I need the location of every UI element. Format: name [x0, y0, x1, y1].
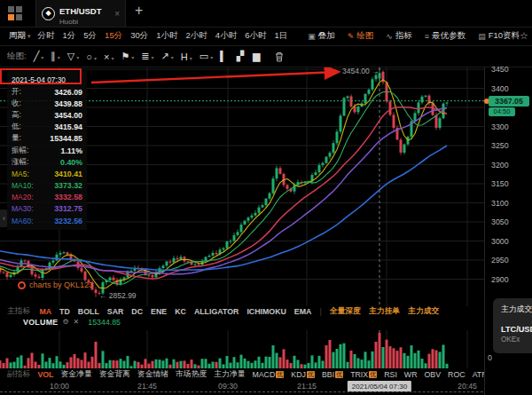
volume-histogram[interactable]: [0, 330, 484, 368]
flag-marker-tool[interactable]: ⚑▾: [121, 51, 134, 62]
timeframe-6小时[interactable]: 6小时: [245, 30, 266, 42]
draw-icon: ✎: [348, 32, 355, 41]
layout-grid-icon[interactable]: [8, 6, 22, 20]
optimized-badge: 优: [369, 371, 377, 378]
timeframe-1分[interactable]: 1分: [63, 30, 76, 42]
indicator-button[interactable]: ∿指标: [386, 30, 412, 42]
indicator-tab-kc[interactable]: KC: [175, 307, 186, 316]
volume-settings-gear-icon[interactable]: ⚙: [62, 318, 68, 326]
polygon-icon: ▽: [67, 51, 74, 62]
timeframe-分时[interactable]: 分时: [38, 30, 55, 42]
sub-indicator-tab-wr[interactable]: WR: [404, 370, 418, 379]
sub-indicator-tab-资金净量[interactable]: 资金净量: [60, 369, 91, 380]
timeframe-2小时[interactable]: 2小时: [186, 30, 207, 42]
chevron-down-icon: ▾: [190, 55, 192, 61]
sub-tab-label: 资金净量: [60, 369, 91, 380]
depth-tab[interactable]: 全量深度: [330, 306, 361, 317]
trash-tool[interactable]: [275, 51, 284, 62]
annotation-rectangle[interactable]: [0, 68, 82, 84]
tooltip-row: MA20:3332.58: [12, 192, 82, 203]
layout-grid-square: [8, 6, 14, 12]
indicator-tab-ma[interactable]: MA: [39, 307, 51, 316]
pattern-tool-tool[interactable]: ≣▾: [141, 51, 153, 62]
horizontal-range-icon: H: [181, 51, 188, 62]
overlay-button[interactable]: ▣叠加: [308, 30, 335, 42]
volume-axis-zero: 0: [488, 353, 492, 362]
sub-indicator-tab-trix[interactable]: TRIX优: [350, 370, 377, 379]
timeframe-15分[interactable]: 15分: [105, 30, 122, 42]
tooltip-row-value: 3232.56: [54, 217, 82, 225]
timeframe-1小时[interactable]: 1小时: [156, 30, 177, 42]
price-tick-label: 3050: [491, 217, 509, 226]
sub-tab-label: TRIX: [350, 370, 368, 379]
cross-tool-tool[interactable]: ×▾: [104, 51, 113, 62]
sub-indicator-tab-rsi[interactable]: RSI: [384, 370, 397, 379]
sub-indicator-tab-vol[interactable]: VOL: [37, 370, 53, 379]
trend-line-tool[interactable]: ╱▾: [34, 51, 44, 62]
sub-indicator-tab-资金情绪[interactable]: 资金情绪: [137, 369, 168, 380]
period-menu[interactable]: 周期: [9, 30, 26, 42]
sub-indicator-tab-bbi[interactable]: BBI优: [322, 370, 343, 379]
depth-tab[interactable]: 主力挂单: [369, 306, 400, 317]
high-price-marker: 3454.00 →: [342, 67, 379, 75]
sub-indicator-tab-资金背离[interactable]: 资金背离: [99, 369, 130, 380]
sub-indicator-tab-roc[interactable]: ROC: [448, 370, 466, 379]
tooltip-row-label: 收:: [12, 99, 21, 109]
indicator-tab-ene[interactable]: ENE: [151, 307, 167, 316]
symbol-tab[interactable]: ◆ ETH/USDT Huobi ×: [35, 0, 126, 27]
sub-tab-label: RSI: [384, 370, 397, 379]
price-tick-label: 3200: [491, 161, 509, 170]
volume-profile-left-tool[interactable]: ▍: [220, 51, 227, 62]
tab-exchange: Huobi: [59, 18, 113, 26]
sub-indicator-tab-主力净量[interactable]: 主力净量: [214, 369, 245, 380]
sub-indicator-tab-kdj[interactable]: KDJ优: [291, 370, 315, 379]
volume-profile-anchored-tool[interactable]: ▞: [237, 51, 244, 62]
trading-app-window: ◆ ETH/USDT Huobi × + 周期▾分时1分5分15分30分1小时2…: [0, 0, 532, 395]
ellipse-tool[interactable]: ○▾: [86, 51, 97, 62]
indicator-tab-ichimoku[interactable]: ICHIMOKU: [246, 307, 286, 316]
depth-tab[interactable]: 主力成交: [408, 306, 439, 317]
main-chart-area[interactable]: 2021-5-04 07:30 开:3426.09收:3439.88高:3454…: [0, 67, 484, 306]
tab-close-icon[interactable]: ×: [114, 9, 120, 19]
volume-profile-session-tool[interactable]: ▆: [253, 51, 260, 62]
polygon-tool[interactable]: ▽▾: [67, 51, 79, 62]
indicator-tab-sar[interactable]: SAR: [107, 307, 124, 316]
chevron-down-icon: ▾: [94, 55, 97, 61]
timeframe-4小时[interactable]: 4小时: [215, 30, 237, 42]
sub-indicator-tab-macd[interactable]: MACD优: [252, 370, 284, 379]
price-tick-label: 3100: [491, 199, 509, 208]
optimized-badge: 优: [335, 371, 343, 378]
f10-info-button[interactable]: ▤F10资料: [478, 30, 520, 42]
timeframe-5分[interactable]: 5分: [83, 30, 97, 42]
draw-button[interactable]: ✎绘图: [348, 30, 374, 42]
drawing-toolbar: 绘图:╱▾∥▾▽▾○▾×▾⚑▾≣▾↗▾H▾▭▾▍▞▆: [0, 46, 532, 67]
add-tab-button[interactable]: +: [135, 3, 143, 19]
chevron-down-icon: ▾: [58, 54, 60, 60]
tooltip-row-value: 3312.75: [54, 204, 82, 213]
time-tick-label: 21:15: [297, 382, 317, 391]
sub-indicator-tab-obv[interactable]: OBV: [425, 370, 442, 379]
tooltip-row-value: 3439.88: [54, 99, 82, 108]
favorite-star-icon[interactable]: ☆: [520, 30, 528, 42]
volume-remove-icon[interactable]: ✕: [74, 318, 80, 326]
chevron-down-icon: ▾: [111, 55, 113, 61]
sub-indicator-tab-atr[interactable]: ATR: [473, 370, 484, 379]
indicator-tab-alligator[interactable]: ALLIGATOR: [194, 307, 239, 316]
indicator-tab-dc[interactable]: DC: [131, 307, 143, 316]
main-force-trades-panel[interactable]: 主力成交 LTC/USDT OKEx: [493, 298, 532, 353]
price-tick-label: 3400: [491, 84, 509, 93]
timeframe-1日[interactable]: 1日: [274, 30, 287, 42]
timeframe-30分[interactable]: 30分: [130, 30, 148, 42]
sub-indicator-dim-label: 副指标: [7, 369, 30, 380]
indicator-tab-boll[interactable]: BOLL: [78, 307, 99, 316]
indicator-tab-ema[interactable]: EMA: [294, 307, 312, 316]
indicator-tab-td[interactable]: TD: [59, 307, 70, 316]
tooltip-row: MA60:3232.56: [12, 215, 82, 226]
parallel-lines-tool[interactable]: ∥▾: [51, 51, 60, 62]
note-tool-tool[interactable]: ▭▾: [200, 51, 213, 62]
best-params-button[interactable]: ≡最优参数: [425, 30, 466, 42]
horizontal-range-tool[interactable]: H▾: [181, 51, 192, 62]
arrow-tool-tool[interactable]: ↗▾: [161, 51, 174, 62]
best-params-icon: ≡: [425, 32, 429, 41]
sub-indicator-tab-市场热度[interactable]: 市场热度: [176, 369, 207, 380]
